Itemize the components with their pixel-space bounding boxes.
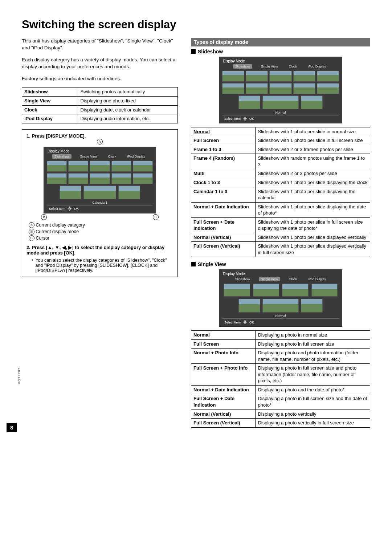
table-row: MultiSlideshow with 2 or 3 photos per sl… [191, 169, 370, 178]
table-row: Full Screen + Photo InfoDisplaying a pho… [191, 364, 370, 386]
page-title: Switching the screen display [22, 18, 370, 31]
mode-desc-cell: Slideshow with 1 photo per slide in full… [256, 217, 370, 233]
thumbnail-selected [83, 186, 116, 199]
table-row: Full Screen (Vertical)Slideshow with 1 p… [191, 242, 370, 257]
screen-title: Display Mode [222, 59, 339, 63]
legend-a-icon: A [29, 222, 34, 228]
mode-label-cell: Normal (Vertical) [191, 410, 256, 419]
marker-c: C [153, 214, 159, 220]
mode-desc-cell: Slideshow with 1 photo per slide display… [256, 202, 370, 217]
thumbnail [60, 186, 81, 199]
ok-label: OK [74, 207, 79, 211]
marker-a: A [97, 139, 103, 144]
mode-desc-cell: Slideshow with random photos using the f… [256, 154, 370, 169]
mode-desc-cell: Displaying a photo and photo information… [256, 349, 370, 364]
thumbnail [253, 284, 279, 297]
bullet-icon: • [32, 258, 33, 273]
table-row: Single ViewDisplaying one photo fixed [22, 97, 178, 106]
slideshow-screen: Display Mode Slideshow Single View Clock… [219, 57, 342, 123]
table-row: Frame 1 to 3Slideshow with 2 or 3 framed… [191, 145, 370, 154]
tab-ipod: iPod Display [306, 64, 328, 69]
mode-desc-cell: Displaying a photo in full screen size a… [256, 364, 370, 386]
screen-title: Display Mode [222, 272, 339, 276]
thumbnail [222, 71, 244, 82]
table-row: Calendar 1 to 3Slideshow with 1 photo pe… [191, 187, 370, 202]
doc-code: VQT2287 [17, 367, 21, 384]
tab-singleview: Single View [78, 154, 99, 159]
table-row: Full Screen + Date IndicationSlideshow w… [191, 217, 370, 233]
table-row: Normal (Vertical)Displaying a photo vert… [191, 410, 370, 419]
categories-table: SlideshowSwitching photos automaticallyS… [22, 87, 178, 123]
thumbnail [317, 83, 339, 94]
dpad-icon: ▲◀ ▶▼ [243, 116, 247, 122]
thumbnail [47, 173, 67, 184]
legend: A Current display category B Current dis… [29, 222, 173, 241]
slideshow-heading: Slideshow [191, 49, 370, 54]
thumbnail [133, 161, 153, 172]
instruction-box: 1. Press [DISPLAY MODE]. A Display Mode … [22, 129, 178, 277]
singleview-heading: Single View [191, 261, 370, 267]
tab-ipod: iPod Display [306, 277, 328, 281]
singleview-table: NormalDisplaying a photo in normal sizeF… [191, 330, 370, 428]
ok-label: OK [249, 321, 254, 324]
thumbnail [90, 173, 110, 184]
tab-slideshow: Slideshow [233, 64, 252, 69]
mode-label-cell: Full Screen [191, 136, 256, 145]
thumbnail [47, 161, 67, 172]
tab-clock: Clock [106, 154, 119, 159]
thumbnail [111, 173, 131, 184]
table-row: Normal + Photo InfoDisplaying a photo an… [191, 349, 370, 364]
thumbnail [118, 186, 140, 199]
tab-slideshow: Slideshow [52, 154, 72, 159]
mode-label-cell: Multi [191, 169, 256, 178]
thumbnail [133, 173, 153, 184]
mode-desc-cell: Slideshow with 2 or 3 photos per slide [256, 169, 370, 178]
table-row: Full ScreenDisplaying a photo in full sc… [191, 339, 370, 349]
table-row: Frame 4 (Random)Slideshow with random ph… [191, 154, 370, 169]
mode-desc-cell: Displaying one photo fixed [78, 97, 178, 106]
thumbnail [293, 71, 315, 82]
slideshow-table: NormalSlideshow with 1 photo per slide i… [191, 127, 370, 257]
tab-ipod: iPod Display [125, 154, 147, 159]
intro-paragraph-1: This unit has display categories of "Sli… [22, 38, 178, 52]
thumbnail [246, 83, 268, 94]
mode-label-cell: Full Screen (Vertical) [191, 242, 256, 257]
mode-desc-cell: Slideshow with 1 photo per slide display… [256, 242, 370, 257]
tab-slideshow: Slideshow [233, 277, 252, 281]
table-row: Clock 1 to 3Slideshow with 1 photo per s… [191, 178, 370, 187]
table-row: iPod DisplayDisplaying audio information… [22, 114, 178, 123]
mode-label-cell: iPod Display [22, 114, 78, 123]
mode-desc-cell: Displaying a photo in normal size [256, 331, 370, 340]
dpad-icon: ▲◀ ▶▼ [243, 319, 247, 325]
thumbnail [282, 284, 309, 297]
thumbnail [301, 299, 323, 313]
mode-label-cell: Single View [22, 97, 78, 106]
tab-clock: Clock [287, 277, 299, 281]
thumbnail [269, 83, 291, 94]
table-row: NormalSlideshow with 1 photo per slide i… [191, 127, 370, 136]
mode-label-cell: Calendar 1 to 3 [191, 187, 256, 202]
thumbnail-selected [262, 95, 299, 109]
tab-singleview: Single View [259, 64, 280, 69]
table-row: SlideshowSwitching photos automatically [22, 87, 178, 97]
thumbnail [238, 299, 260, 313]
thumbnail [238, 95, 260, 109]
mode-desc-cell: Displaying date, clock or calendar [78, 105, 178, 114]
legend-a-text: Current display category [36, 222, 85, 227]
mode-label-cell: Clock 1 to 3 [191, 178, 256, 187]
marker-b: B [41, 214, 47, 220]
mode-desc-cell: Slideshow with 1 photo per slide display… [256, 187, 370, 202]
mode-desc-cell: Displaying audio information, etc. [78, 114, 178, 123]
screen-mode-label: Normal [222, 111, 339, 114]
page-number: 8 [7, 423, 17, 432]
mode-label-cell: Full Screen + Date Indication [191, 217, 256, 233]
mode-label-cell: Normal [191, 127, 256, 136]
mode-desc-cell: Displaying a photo vertically in full sc… [256, 419, 370, 428]
screen-mode-label: Calendar1 [47, 201, 153, 204]
thumbnail [68, 173, 88, 184]
mode-desc-cell: Slideshow with 2 or 3 framed photos per … [256, 145, 370, 154]
mode-desc-cell: Slideshow with 1 photo per slide display… [256, 178, 370, 187]
ok-label: OK [249, 117, 254, 121]
thumbnail [317, 71, 339, 82]
legend-b-icon: B [29, 229, 34, 235]
